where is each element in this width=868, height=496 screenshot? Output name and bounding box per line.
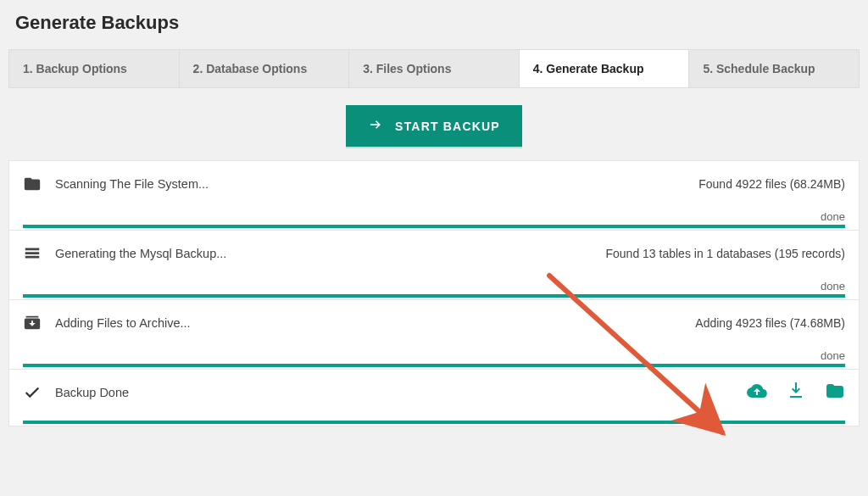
folder-open-icon[interactable] (825, 381, 845, 404)
progress-bar (23, 294, 845, 298)
folder-icon (23, 175, 42, 193)
step-scan-filesystem: Scanning The File System... Found 4922 f… (8, 160, 860, 231)
tab-files-options[interactable]: 3. Files Options (349, 50, 520, 87)
progress-bar (23, 364, 845, 367)
check-icon (23, 383, 42, 402)
download-icon[interactable] (786, 381, 806, 404)
archive-icon (23, 314, 42, 332)
step-title: Backup Done (55, 386, 733, 399)
page-title: Generate Backups (0, 0, 868, 49)
steps-list: Scanning The File System... Found 4922 f… (8, 160, 860, 426)
step-backup-done: Backup Done (8, 370, 860, 426)
step-mysql-backup: Generating the Mysql Backup... Found 13 … (8, 231, 860, 300)
arrow-right-icon (368, 117, 383, 135)
step-title: Scanning The File System... (55, 177, 685, 191)
step-status: done (23, 266, 845, 294)
progress-bar (23, 421, 845, 424)
database-icon (23, 244, 42, 263)
step-status: done (23, 197, 845, 225)
tab-database-options[interactable]: 2. Database Options (180, 50, 350, 87)
backup-done-actions (747, 381, 845, 404)
step-title: Adding Files to Archive... (55, 316, 682, 330)
step-result: Found 4922 files (68.24MB) (698, 177, 845, 191)
tab-bar: 1. Backup Options 2. Database Options 3.… (8, 49, 860, 88)
progress-bar (23, 225, 845, 228)
tab-schedule-backup[interactable]: 5. Schedule Backup (689, 50, 859, 87)
tab-backup-options[interactable]: 1. Backup Options (9, 50, 180, 87)
step-status: done (23, 336, 845, 364)
step-title: Generating the Mysql Backup... (55, 247, 592, 260)
step-result: Found 13 tables in 1 databases (195 reco… (605, 247, 845, 260)
step-add-archive: Adding Files to Archive... Adding 4923 f… (8, 300, 860, 370)
start-backup-button[interactable]: START BACKUP (346, 105, 522, 147)
tab-generate-backup[interactable]: 4. Generate Backup (520, 50, 690, 87)
cloud-upload-icon[interactable] (747, 381, 767, 404)
step-result: Adding 4923 files (74.68MB) (695, 316, 845, 330)
start-backup-label: START BACKUP (395, 120, 500, 133)
